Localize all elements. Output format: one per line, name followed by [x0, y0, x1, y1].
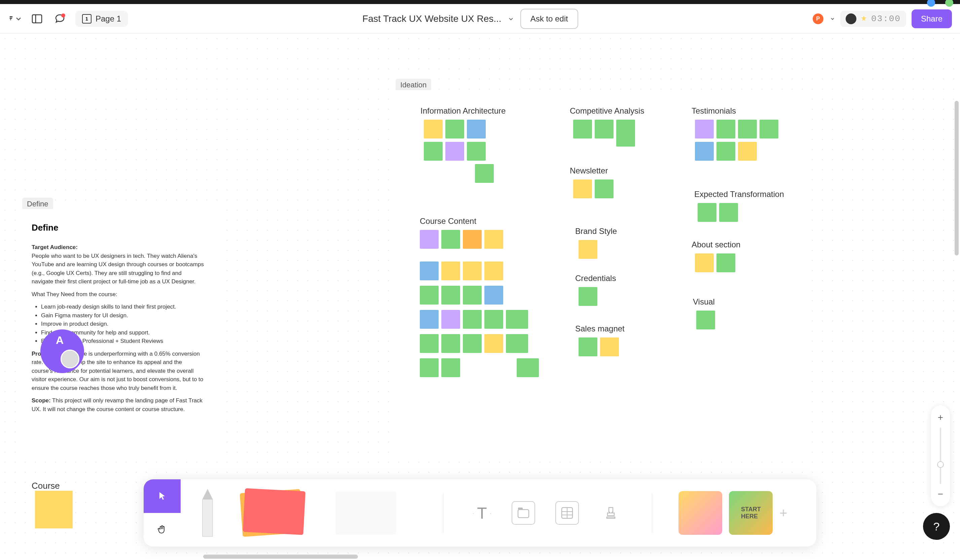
ask-to-edit-button[interactable]: Ask to edit	[520, 9, 578, 29]
pencil-tool-icon[interactable]	[194, 486, 221, 540]
file-title[interactable]: Fast Track UX Website UX Res...	[362, 13, 501, 24]
sticky-note[interactable]	[441, 358, 460, 377]
figma-menu-button[interactable]	[8, 12, 22, 26]
section-tool-button[interactable]	[512, 501, 535, 525]
share-button[interactable]: Share	[912, 10, 952, 28]
sticky-note[interactable]	[463, 286, 482, 305]
comments-button[interactable]	[53, 11, 67, 26]
widget-thumbnail[interactable]	[678, 491, 722, 535]
sticky-note[interactable]	[738, 120, 757, 139]
panels-toggle-button[interactable]	[30, 11, 45, 26]
text-tool-button[interactable]: · T ·	[473, 504, 491, 522]
sticky-note[interactable]	[698, 203, 717, 222]
define-frame-label[interactable]: Define	[22, 198, 53, 211]
sticky-note[interactable]	[616, 120, 635, 147]
horizontal-scrollbar[interactable]	[203, 555, 358, 558]
sticky-note[interactable]	[424, 142, 443, 161]
sticky-note[interactable]	[579, 337, 597, 356]
sticky-note[interactable]	[600, 337, 619, 356]
sticky-note[interactable]	[420, 262, 438, 280]
sticky-note[interactable]	[463, 262, 482, 280]
page-label: Page 1	[96, 14, 121, 24]
stamp-tool-button[interactable]	[599, 501, 622, 525]
sticky-note[interactable]	[420, 334, 438, 353]
vertical-scrollbar[interactable]	[955, 101, 958, 255]
need-item: Improve in product design.	[41, 320, 205, 329]
zoom-out-button[interactable]: −	[934, 487, 947, 501]
sticky-note[interactable]	[506, 334, 528, 353]
svg-rect-3	[518, 507, 523, 510]
sticky-note[interactable]	[484, 230, 503, 249]
sticky-note[interactable]	[424, 120, 443, 139]
scope-label: Scope:	[32, 397, 51, 404]
sticky-note[interactable]	[595, 120, 614, 139]
sticky-note[interactable]	[484, 334, 503, 353]
sticky-note[interactable]	[463, 230, 482, 249]
sticky-note[interactable]	[441, 262, 460, 280]
sticky-note[interactable]	[506, 310, 528, 329]
sticky-note[interactable]	[445, 120, 464, 139]
sticky-note[interactable]	[695, 120, 714, 139]
main-toolbar: 1 Page 1 Fast Track UX Website UX Res...…	[0, 4, 960, 34]
section-icon	[517, 506, 530, 520]
sticky-note[interactable]	[445, 142, 464, 161]
sticky-note[interactable]	[573, 120, 592, 139]
widget-thumbnail[interactable]: STARTHERE	[729, 491, 773, 535]
sticky-note[interactable]	[738, 142, 757, 161]
sticky-note[interactable]	[420, 286, 438, 305]
sticky-row	[517, 358, 539, 377]
ideation-frame-label[interactable]: Ideation	[395, 79, 431, 91]
sticky-note[interactable]	[484, 310, 503, 329]
sticky-note[interactable]	[420, 310, 438, 329]
sticky-note[interactable]	[463, 310, 482, 329]
sticky-note[interactable]	[579, 287, 597, 306]
sticky-note[interactable]	[573, 179, 592, 198]
avatar-chevron-icon[interactable]	[830, 16, 835, 21]
sticky-note[interactable]	[717, 142, 735, 161]
sticky-note[interactable]	[463, 334, 482, 353]
shape-tool-preview[interactable]	[335, 491, 396, 535]
sticky-note[interactable]	[695, 254, 714, 272]
toolbar-right-group: P 03:00 Share	[813, 10, 952, 28]
svg-rect-0	[32, 15, 42, 23]
sticky-note[interactable]	[595, 179, 614, 198]
zoom-slider-handle[interactable]	[937, 461, 944, 468]
sticky-note[interactable]	[695, 142, 714, 161]
zoom-in-button[interactable]: +	[934, 411, 947, 424]
sticky-note[interactable]	[517, 358, 539, 377]
sticky-note-tool[interactable]	[241, 488, 315, 538]
panels-icon	[31, 13, 43, 25]
sticky-note[interactable]	[579, 240, 597, 259]
sticky-note[interactable]	[441, 286, 460, 305]
sticky-note[interactable]	[717, 120, 735, 139]
sticky-note[interactable]	[441, 230, 460, 249]
sticky-note[interactable]	[719, 203, 738, 222]
sticky-note[interactable]	[441, 334, 460, 353]
table-tool-button[interactable]	[555, 501, 579, 525]
sticky-note[interactable]	[441, 310, 460, 329]
hand-tool-button[interactable]	[144, 513, 181, 547]
sticky-note[interactable]	[717, 254, 735, 272]
sticky-note[interactable]	[420, 358, 438, 377]
ideation-frame[interactable]: Information Architecture Competitive Ana…	[390, 90, 812, 461]
notification-dot-icon	[61, 13, 65, 18]
section-visual: Visual	[693, 297, 715, 306]
course-sticky-note[interactable]	[35, 491, 73, 528]
sticky-note[interactable]	[696, 311, 715, 329]
timer-widget[interactable]: 03:00	[840, 11, 906, 27]
sticky-note[interactable]	[475, 164, 494, 183]
page-selector-button[interactable]: 1 Page 1	[75, 11, 128, 27]
sticky-note[interactable]	[484, 286, 503, 305]
zoom-slider-track[interactable]	[940, 428, 941, 484]
sticky-note[interactable]	[484, 262, 503, 280]
add-widget-button[interactable]: +	[779, 506, 787, 521]
help-button[interactable]: ?	[923, 513, 950, 540]
sticky-note[interactable]	[420, 230, 438, 249]
sticky-note[interactable]	[467, 120, 486, 139]
sticky-note[interactable]	[760, 120, 778, 139]
file-chevron-icon[interactable]	[508, 16, 514, 22]
course-frame-label[interactable]: Course	[32, 481, 60, 491]
sticky-note[interactable]	[467, 142, 486, 161]
user-avatar[interactable]: P	[813, 13, 824, 24]
select-tool-button[interactable]	[144, 479, 181, 513]
